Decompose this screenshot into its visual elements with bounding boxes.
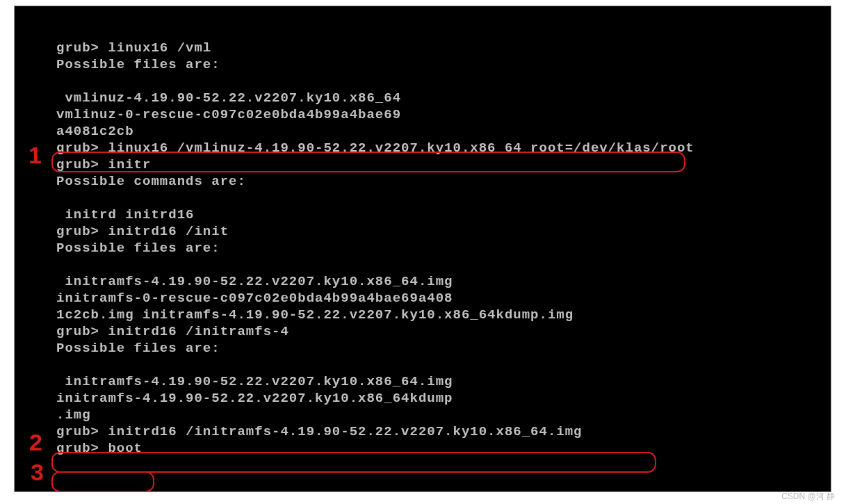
- terminal-line: vmlinuz-0-rescue-c097c02e0bda4b99a4bae69: [56, 106, 831, 123]
- terminal-line: vmlinuz-4.19.90-52.22.v2207.ky10.x86_64: [56, 90, 831, 106]
- terminal-line: grub> initrd16 /init: [56, 223, 831, 240]
- terminal-line: initrd initrd16: [56, 206, 831, 223]
- terminal-line: Possible files are:: [56, 240, 831, 257]
- watermark: CSDN @河 静: [781, 491, 835, 503]
- blank-line: [56, 190, 831, 206]
- terminal-line: a4081c2cb: [56, 123, 831, 140]
- terminal-window[interactable]: grub> linux16 /vml Possible files are: v…: [14, 6, 831, 492]
- blank-line: [56, 73, 831, 90]
- terminal-line: initramfs-4.19.90-52.22.v2207.ky10.x86_6…: [56, 390, 831, 407]
- terminal-line: grub> initrd16 /initramfs-4: [56, 323, 831, 340]
- terminal-line: grub> initr: [56, 156, 831, 173]
- terminal-line: grub> initrd16 /initramfs-4.19.90-52.22.…: [56, 423, 831, 440]
- blank-line: [56, 357, 831, 373]
- terminal-line: initramfs-4.19.90-52.22.v2207.ky10.x86_6…: [56, 273, 831, 290]
- terminal-line: 1c2cb.img initramfs-4.19.90-52.22.v2207.…: [56, 307, 831, 323]
- terminal-line: Possible files are:: [56, 56, 831, 73]
- terminal-line: grub> linux16 /vmlinuz-4.19.90-52.22.v22…: [56, 140, 831, 156]
- terminal-line: grub> boot: [56, 440, 831, 457]
- terminal-line: Possible commands are:: [56, 173, 831, 190]
- terminal-line: grub> linux16 /vml: [56, 40, 831, 56]
- terminal-line: Possible files are:: [56, 340, 831, 357]
- terminal-line: initramfs-0-rescue-c097c02e0bda4b99a4bae…: [56, 290, 831, 307]
- blank-line: [56, 257, 831, 273]
- terminal-line: initramfs-4.19.90-52.22.v2207.ky10.x86_6…: [56, 373, 831, 390]
- terminal-line: .img: [56, 407, 831, 423]
